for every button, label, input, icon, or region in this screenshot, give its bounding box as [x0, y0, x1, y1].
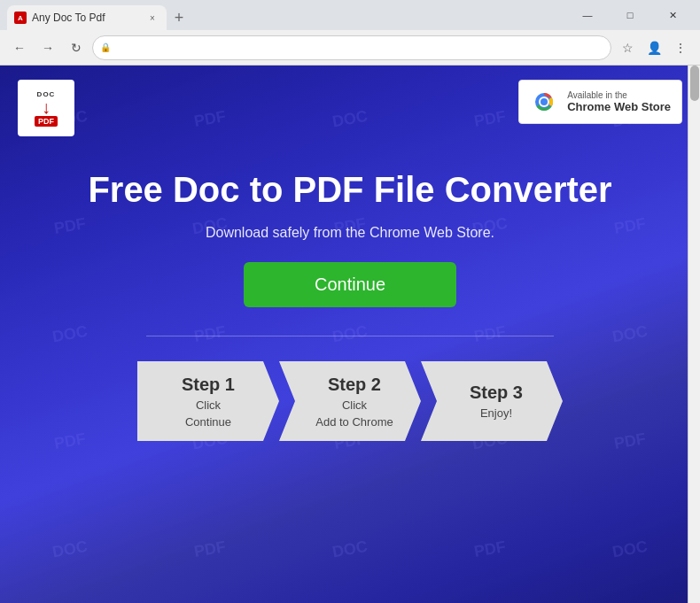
app-logo: DOC ↓ PDF	[18, 80, 74, 136]
step-1-detail: Continue	[185, 415, 231, 429]
tab-bar: A Any Doc To Pdf × +	[7, 0, 564, 30]
step-1-action: Click	[196, 398, 221, 412]
step-2-action: Click	[342, 398, 367, 412]
bookmark-button[interactable]: ☆	[615, 35, 640, 60]
tab-close-button[interactable]: ×	[145, 11, 159, 25]
hero-subtitle: Download safely from the Chrome Web Stor…	[206, 225, 494, 241]
back-button[interactable]: ←	[7, 35, 32, 60]
reload-button[interactable]: ↻	[64, 35, 89, 60]
available-label: Available in the	[567, 90, 671, 100]
browser-window: A Any Doc To Pdf × + — □ ✕ ← → ↻ 🔒 ☆ 👤 ⋮	[0, 0, 700, 603]
menu-button[interactable]: ⋮	[668, 35, 693, 60]
step-1-number: Step 1	[182, 375, 235, 395]
step-1: Step 1 Click Continue	[137, 361, 279, 441]
step-2-number: Step 2	[328, 375, 381, 395]
active-tab[interactable]: A Any Doc To Pdf ×	[7, 5, 167, 30]
steps-container: Step 1 Click Continue Step 2 Click Add t…	[137, 361, 563, 441]
page-content: DOC PDF DOC PDF DOC PDF DOC PDF DOC PDF …	[0, 66, 700, 603]
hero-content: Free Doc to PDF File Converter Download …	[52, 151, 647, 441]
minimize-button[interactable]: —	[567, 0, 608, 30]
step-2-detail: Add to Chrome	[315, 415, 393, 429]
top-bar: DOC ↓ PDF	[0, 66, 700, 151]
store-name-label: Chrome Web Store	[567, 100, 671, 113]
profile-button[interactable]: 👤	[642, 35, 666, 60]
tab-title: Any Doc To Pdf	[32, 12, 105, 24]
svg-point-2	[541, 98, 548, 105]
hero-background: DOC PDF DOC PDF DOC PDF DOC PDF DOC PDF …	[0, 66, 700, 603]
step-2: Step 2 Click Add to Chrome	[279, 361, 421, 441]
continue-button[interactable]: Continue	[244, 262, 456, 307]
chrome-store-badge[interactable]: Available in the Chrome Web Store	[518, 80, 682, 124]
hero-title: Free Doc to PDF File Converter	[88, 168, 611, 211]
maximize-button[interactable]: □	[610, 0, 650, 30]
new-tab-button[interactable]: +	[167, 5, 191, 30]
lock-icon: 🔒	[100, 43, 111, 52]
section-divider	[146, 336, 554, 336]
nav-bar: ← → ↻ 🔒 ☆ 👤 ⋮	[0, 30, 700, 66]
title-bar: A Any Doc To Pdf × + — □ ✕	[0, 0, 700, 30]
chrome-logo-icon	[530, 88, 558, 116]
forward-button[interactable]: →	[35, 35, 60, 60]
step-3-number: Step 3	[470, 383, 523, 403]
close-button[interactable]: ✕	[652, 0, 693, 30]
logo-pdf-text: PDF	[35, 116, 58, 127]
step-3-action: Enjoy!	[480, 406, 512, 420]
address-bar[interactable]: 🔒	[92, 35, 611, 60]
tab-favicon: A	[14, 12, 27, 24]
nav-icons-right: ☆ 👤 ⋮	[615, 35, 693, 60]
step-3: Step 3 Enjoy!	[421, 361, 563, 441]
chrome-store-text: Available in the Chrome Web Store	[567, 90, 671, 113]
logo-arrow-icon: ↓	[42, 98, 51, 116]
window-controls: — □ ✕	[567, 0, 693, 30]
